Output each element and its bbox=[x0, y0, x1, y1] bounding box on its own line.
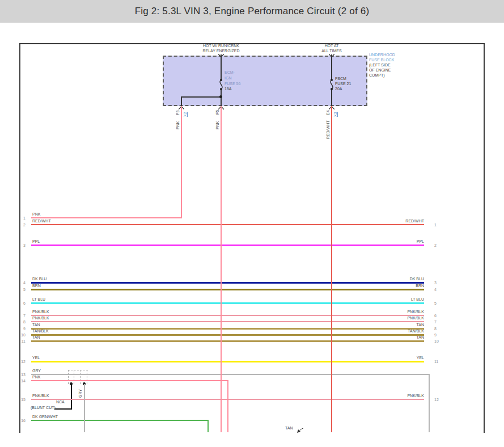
feed-wire-fscm-lower bbox=[331, 89, 332, 106]
wire-row-9 bbox=[31, 328, 424, 330]
fuse-block-label-line2: FUSE BLOCK bbox=[369, 58, 394, 62]
connector-label-x3: X3 bbox=[333, 112, 338, 117]
wire-color-label-left: LT BLU bbox=[32, 297, 45, 302]
wire-color-label-left: PNK/BLK bbox=[32, 310, 49, 314]
wire-color-label-left: PNK/BLK bbox=[32, 316, 49, 321]
wire-color-label-left: PNK bbox=[32, 375, 40, 379]
wire-color-label-right: YEL bbox=[417, 356, 424, 360]
wire-color-label-right: TAN bbox=[417, 335, 424, 340]
wire-row-16 bbox=[31, 420, 209, 421]
wire-vertical bbox=[84, 384, 85, 432]
wire-row-14 bbox=[31, 380, 228, 381]
fuse1-element-icon bbox=[217, 80, 225, 89]
junction-dot bbox=[219, 95, 222, 98]
figure-title: Fig 2: 5.3L VIN 3, Engine Performance Ci… bbox=[135, 6, 370, 17]
row-right-number: 7 bbox=[434, 320, 437, 324]
row-left-number: 8 bbox=[18, 320, 26, 324]
wire-color-label-right: DK BLU bbox=[410, 277, 424, 281]
arrow-down-icon bbox=[218, 54, 224, 57]
wire-color-label-left: RED/WHT bbox=[32, 219, 51, 224]
row-left-number: 2 bbox=[18, 223, 26, 227]
pin-label-f5: F5 bbox=[215, 110, 220, 115]
row-right-number: 8 bbox=[434, 327, 437, 331]
wire-vertical bbox=[207, 420, 209, 432]
wire-row-12 bbox=[31, 361, 424, 362]
wire-label-redwht-e4: RED/WHT bbox=[326, 120, 331, 139]
row-left-number: 4 bbox=[18, 281, 26, 285]
wire-row-5 bbox=[31, 289, 424, 290]
wire-color-label-left: PNK/BLK bbox=[32, 394, 49, 398]
row-left-number: 15 bbox=[18, 398, 26, 402]
wire-color-label-left: GRY bbox=[32, 369, 41, 373]
wire-color-label-right: PPL bbox=[417, 239, 424, 244]
wire-color-label-left: PNK bbox=[32, 212, 40, 217]
tan-offpage-arrow-icon bbox=[296, 427, 305, 434]
wire-color-label-right: TAN/BLK bbox=[408, 329, 424, 334]
fuse2-name-line1: FSCM bbox=[335, 77, 346, 81]
wire-color-label-left: TAN bbox=[32, 323, 40, 327]
row-left-number: 6 bbox=[18, 301, 26, 306]
wire-vertical bbox=[181, 106, 182, 218]
nca-label: NCA bbox=[56, 400, 65, 404]
feed-label-run-crnk-line1: HOT W/ RUN/CRNK bbox=[203, 44, 239, 48]
fuse-block-label-line5: COMPT) bbox=[369, 73, 385, 78]
row-right-number: 3 bbox=[434, 281, 437, 285]
row-left-number: 10 bbox=[18, 333, 26, 338]
row-left-number: 16 bbox=[18, 419, 26, 423]
wire-color-label-left: DK GRN/WHT bbox=[32, 415, 58, 419]
connector-label-x2: X2 bbox=[183, 112, 188, 117]
blunt-cut-wire-vertical bbox=[71, 384, 72, 410]
wire-vertical bbox=[331, 106, 332, 432]
wire-color-label-left: DK BLU bbox=[32, 277, 46, 281]
feed-wire-ecm-ign-upper bbox=[221, 54, 222, 80]
wire-vertical bbox=[221, 106, 222, 432]
wire-color-label-right: PNK/BLK bbox=[407, 316, 424, 321]
pin-label-e4: E4 bbox=[326, 110, 331, 115]
wire-color-label-left: TAN bbox=[32, 335, 40, 340]
figure-title-bar: Fig 2: 5.3L VIN 3, Engine Performance Ci… bbox=[0, 0, 504, 23]
row-left-number: 9 bbox=[18, 327, 26, 331]
wire-color-label-right: RED/WHT bbox=[405, 219, 424, 224]
row-right-number: 9 bbox=[434, 333, 437, 338]
pin-label-p5: P5 bbox=[176, 110, 180, 115]
fuse1-name-line2: IGN bbox=[225, 76, 231, 81]
wire-row-8 bbox=[31, 321, 424, 322]
row-right-number: 4 bbox=[434, 288, 437, 292]
fuse1-name-line3: FUSE 56 bbox=[225, 82, 240, 86]
wire-row-1 bbox=[31, 217, 182, 218]
tan-offpage-label: TAN bbox=[285, 426, 293, 431]
wire-label-pnk-f5: PNK bbox=[215, 121, 220, 129]
wire-row-3 bbox=[31, 244, 424, 246]
wire-label-pnk-p5: PNK bbox=[176, 121, 180, 129]
wire-color-label-right: PNK/BLK bbox=[407, 394, 424, 398]
wire-color-label-right: TAN bbox=[417, 323, 424, 327]
wire-vertical bbox=[429, 374, 430, 432]
fuse-block-label-line3: (LEFT SIDE bbox=[369, 63, 391, 68]
wire-row-11 bbox=[31, 340, 424, 342]
row-left-number: 1 bbox=[18, 216, 26, 221]
wire-color-label-left: YEL bbox=[32, 356, 40, 360]
row-right-number: 10 bbox=[434, 339, 439, 344]
wire-color-label-left: TAN/BLK bbox=[32, 329, 49, 334]
wire-row-10 bbox=[31, 334, 424, 336]
blunt-cut-label: (BLUNT CUT) bbox=[31, 406, 56, 410]
row-right-number: 5 bbox=[434, 301, 437, 306]
fuse-block-label-line1: UNDERHOOD bbox=[369, 53, 395, 57]
row-right-number: 6 bbox=[434, 314, 437, 318]
row-left-number: 3 bbox=[18, 243, 26, 248]
row-left-number: 7 bbox=[18, 314, 26, 318]
row-left-number: 14 bbox=[18, 379, 26, 383]
branch-wire-vertical bbox=[181, 96, 182, 106]
wire-color-label-left: PPL bbox=[32, 239, 40, 244]
feed-label-hot-at-line1: HOT AT bbox=[325, 44, 339, 48]
figure-viewer: Fig 2: 5.3L VIN 3, Engine Performance Ci… bbox=[0, 0, 504, 447]
row-left-number: 13 bbox=[18, 373, 26, 377]
fuse1-rating: 15A bbox=[225, 87, 231, 91]
fuse1-name-line1: ECM- bbox=[225, 70, 235, 75]
branch-wire-horizontal bbox=[181, 96, 222, 98]
row-left-number: 12 bbox=[18, 360, 26, 364]
gry-branch-label: GRY bbox=[78, 389, 83, 398]
fuse2-element-icon bbox=[328, 80, 336, 89]
row-left-number: 5 bbox=[18, 288, 26, 292]
wire-color-label-right: LT BLU bbox=[411, 297, 424, 302]
